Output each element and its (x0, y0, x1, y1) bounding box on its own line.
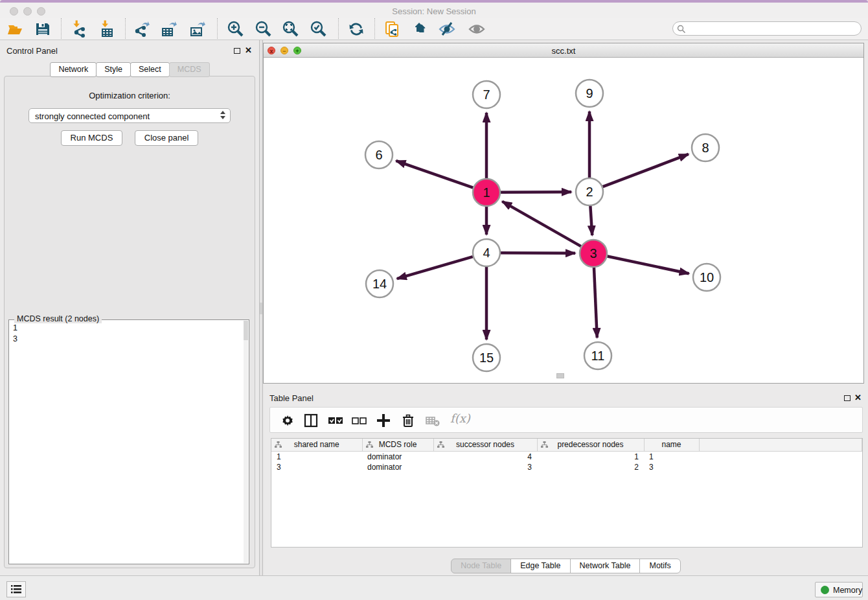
node-label-9: 9 (586, 86, 593, 100)
select-all-icon[interactable] (327, 412, 344, 429)
column-header-spacer (699, 439, 862, 451)
search-input[interactable] (689, 23, 857, 34)
node-label-10: 10 (700, 270, 714, 284)
mcds-result-text: 1 3 (13, 323, 17, 345)
edge-2-3[interactable] (590, 206, 592, 235)
edge-1-6[interactable] (396, 161, 473, 188)
float-panel-icon[interactable] (234, 48, 240, 54)
table-panel-header: Table Panel ✕ (263, 387, 868, 407)
import-network-icon[interactable] (70, 20, 88, 38)
app-titlebar: Session: New Session (0, 3, 868, 17)
run-mcds-button[interactable]: Run MCDS (61, 130, 123, 146)
node-label-14: 14 (372, 277, 387, 291)
chevron-up-down-icon (220, 111, 225, 119)
tab-mcds[interactable]: MCDS (169, 62, 210, 77)
node-table[interactable]: shared name MCDS role successor nodes pr… (271, 438, 863, 548)
table-cell[interactable]: dominator (362, 462, 433, 472)
tab-select[interactable]: Select (130, 62, 170, 77)
export-table-icon[interactable] (160, 20, 178, 38)
node-label-4: 4 (483, 246, 490, 260)
deselect-all-icon[interactable] (350, 412, 367, 429)
edge-3-11[interactable] (594, 268, 597, 338)
float-table-panel-icon[interactable] (844, 395, 851, 401)
close-table-panel-icon[interactable]: ✕ (854, 393, 862, 402)
zoom-selected-icon[interactable] (309, 20, 327, 38)
toolbar-separator (125, 18, 126, 39)
network-window-title: scc.txt (264, 46, 863, 56)
memory-button[interactable]: Memory (815, 582, 863, 597)
table-cell[interactable]: 1 (644, 451, 699, 462)
edge-4-3[interactable] (501, 253, 575, 253)
optimization-criterion-label: Optimization criterion: (5, 91, 255, 100)
export-image-icon[interactable] (188, 20, 207, 38)
table-panel: Table Panel ✕ f(x) (263, 387, 868, 575)
eye-icon[interactable] (468, 20, 486, 38)
tab-network[interactable]: Network (50, 62, 97, 77)
delete-column-icon[interactable] (400, 412, 417, 429)
import-table-icon[interactable] (98, 20, 116, 38)
zoom-out-icon[interactable] (254, 20, 272, 38)
column-header[interactable]: name (644, 439, 699, 451)
task-history-button[interactable] (6, 581, 26, 597)
tab-style[interactable]: Style (96, 62, 131, 77)
toolbar-separator (374, 18, 375, 39)
table-cell[interactable]: 3 (271, 462, 362, 472)
gear-icon[interactable] (279, 412, 296, 429)
edge-1-2[interactable] (501, 192, 571, 192)
close-panel-icon[interactable]: ✕ (245, 45, 252, 55)
duplicate-network-icon[interactable] (383, 20, 402, 38)
edge-4-14[interactable] (397, 257, 473, 279)
tab-motifs[interactable]: Motifs (639, 559, 680, 573)
main-toolbar (0, 17, 868, 40)
table-cell[interactable]: 3 (644, 462, 699, 472)
network-view-window: x − + scc.txt 7968124314101511 (263, 43, 864, 384)
columns-icon[interactable] (303, 412, 319, 429)
memory-status-icon (821, 586, 829, 594)
control-panel-header: Control Panel ✕ (0, 40, 259, 60)
edge-2-8[interactable] (603, 154, 689, 187)
result-scrollbar[interactable] (244, 321, 248, 563)
zoom-fit-icon[interactable] (281, 20, 299, 38)
zoom-in-icon[interactable] (226, 20, 244, 38)
column-header[interactable]: predecessor nodes (537, 439, 644, 451)
table-header-row: shared name MCDS role successor nodes pr… (271, 439, 862, 451)
export-network-icon[interactable] (133, 20, 151, 38)
open-session-icon[interactable] (6, 20, 25, 38)
node-label-6: 6 (375, 148, 382, 162)
mcds-result-title: MCDS result (2 nodes) (14, 314, 102, 323)
table-cell[interactable]: dominator (362, 451, 433, 462)
control-panel-tabs: NetworkStyleSelectMCDS (0, 62, 259, 77)
close-panel-button[interactable]: Close panel (135, 130, 199, 146)
refresh-icon[interactable] (347, 20, 365, 38)
tab-node-table[interactable]: Node Table (451, 559, 511, 573)
add-column-icon[interactable] (375, 412, 392, 429)
column-header[interactable]: MCDS role (362, 439, 433, 451)
table-cell[interactable]: 3 (433, 462, 537, 472)
delete-table-icon (424, 412, 441, 429)
table-row[interactable]: 1dominator411 (271, 451, 862, 462)
node-label-1: 1 (483, 185, 490, 200)
table-cell[interactable]: 2 (537, 462, 644, 472)
table-cell[interactable]: 1 (537, 451, 644, 462)
table-cell[interactable]: 4 (433, 451, 537, 462)
edge-3-10[interactable] (608, 257, 689, 274)
control-panel-title: Control Panel (6, 46, 58, 56)
search-icon (677, 25, 686, 34)
network-canvas[interactable]: 7968124314101511 (264, 58, 863, 379)
column-header[interactable]: shared name (271, 439, 362, 451)
mcds-result-box: MCDS result (2 nodes) 1 3 (8, 319, 249, 564)
table-cell[interactable]: 1 (271, 451, 362, 462)
column-header[interactable]: successor nodes (433, 439, 537, 451)
hide-panels-icon[interactable] (438, 20, 456, 38)
network-graph[interactable]: 7968124314101511 (264, 58, 863, 379)
tab-network-table[interactable]: Network Table (570, 559, 641, 573)
toolbar-separator (217, 18, 218, 39)
optimization-criterion-select[interactable]: strongly connected component (29, 108, 231, 123)
edge-3-1[interactable] (502, 202, 581, 246)
canvas-resize-handle[interactable] (556, 373, 564, 378)
home-icon[interactable] (411, 20, 429, 38)
table-row[interactable]: 3dominator323 (271, 462, 862, 472)
tab-edge-table[interactable]: Edge Table (510, 559, 570, 573)
save-session-icon[interactable] (34, 20, 52, 38)
splitter-grab-handle[interactable] (260, 303, 262, 314)
